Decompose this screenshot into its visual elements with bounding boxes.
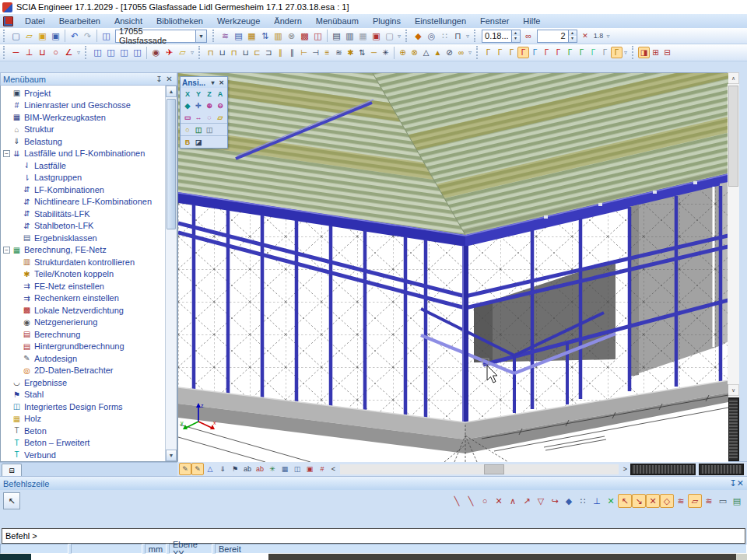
tree-item[interactable]: T Verbund xyxy=(1,449,165,461)
tree-expander[interactable] xyxy=(12,295,21,302)
tree-item[interactable]: ⇵ Stahlbeton-LFK xyxy=(1,220,165,233)
scroll-left-icon[interactable]: < xyxy=(328,465,338,473)
render-icon[interactable]: ◫ xyxy=(204,124,215,135)
tree-expander[interactable] xyxy=(12,210,21,217)
toolbar-icon[interactable]: ⊕ xyxy=(397,47,409,58)
close-icon[interactable]: ✕ xyxy=(217,79,226,86)
model-viewport[interactable]: z x y Ansi... ▾ xyxy=(177,72,728,461)
tree-expander[interactable] xyxy=(12,234,21,241)
view-icon[interactable]: ⊕ xyxy=(204,100,215,110)
tree-expander[interactable] xyxy=(2,126,11,133)
tree-expander[interactable] xyxy=(2,403,11,410)
tree-expander[interactable] xyxy=(2,427,11,434)
tree-item[interactable]: ▦ Holz xyxy=(1,413,165,425)
render-icon[interactable]: ◫ xyxy=(193,124,204,135)
menu-item[interactable]: Bibliotheken xyxy=(149,15,210,27)
tree-item[interactable]: ▤ Berechnung xyxy=(1,328,165,341)
toolbar-icon[interactable]: ─ xyxy=(368,47,380,58)
toolbar-icon[interactable]: Г xyxy=(599,47,611,58)
snap-mode-icon[interactable]: ≋ xyxy=(674,494,688,508)
snap-mode-icon[interactable]: ✕ xyxy=(492,494,506,508)
chevron-down-icon[interactable]: ▼ xyxy=(195,30,206,42)
tree-item[interactable]: ⇵ LF-Kombinationen xyxy=(1,184,165,196)
toolbar-icon[interactable]: ∷ xyxy=(438,30,451,43)
tree-expander[interactable] xyxy=(2,379,11,386)
tree-expander[interactable] xyxy=(12,162,21,169)
display-toggle-icon[interactable]: △ xyxy=(204,463,216,475)
tree-item[interactable]: ⇉ Rechenkern einstellen xyxy=(1,292,165,305)
tree-expander[interactable] xyxy=(2,439,11,446)
toolbar-icon[interactable]: ▢ xyxy=(9,30,23,43)
toolbar-icon[interactable]: Г xyxy=(564,47,576,58)
viewport-vscrollbar[interactable]: ∧ ∨ xyxy=(728,72,739,461)
overflow-icon[interactable]: ▿ xyxy=(465,33,471,40)
display-icon[interactable]: ◪ xyxy=(193,137,204,147)
tree-item[interactable]: T Beton xyxy=(1,425,165,437)
render-icon[interactable]: ○ xyxy=(182,124,193,135)
toolbar-icon[interactable]: ⊏ xyxy=(251,47,263,58)
overflow-icon[interactable]: ▿ xyxy=(396,33,402,40)
scroll-down-icon[interactable]: ∨ xyxy=(728,384,739,396)
tree-item[interactable]: ⇂ Lastgruppen xyxy=(1,172,165,184)
tree-expander[interactable] xyxy=(12,331,21,338)
snap-mode-icon[interactable]: ⊥ xyxy=(590,494,604,508)
snap-mode-icon[interactable]: ╲ xyxy=(450,494,464,508)
toolbar-icon[interactable]: ⊥ xyxy=(23,46,36,59)
scroll-down-icon[interactable]: ▼ xyxy=(166,450,177,461)
toolbar-icon[interactable]: Г xyxy=(482,47,494,58)
tree-expander[interactable] xyxy=(2,114,11,121)
snap-mode-icon[interactable]: ↖ xyxy=(618,494,632,508)
overflow-icon[interactable]: ▿ xyxy=(605,33,612,40)
zoom-icon[interactable]: ◌ xyxy=(204,112,215,122)
toolbar-icon[interactable]: ≡ xyxy=(321,47,333,58)
tree-item[interactable]: ⌂ Struktur xyxy=(1,124,165,136)
toolbar-icon[interactable]: ✈ xyxy=(163,46,176,59)
snap-mode-icon[interactable]: ▱ xyxy=(688,494,702,508)
tree-expander[interactable] xyxy=(2,89,11,96)
toolbar-icon[interactable]: Г xyxy=(576,47,587,58)
toolbar-icon[interactable]: ⊘ xyxy=(444,47,455,58)
tree-expander[interactable] xyxy=(12,198,21,205)
toolbar-icon[interactable]: ▦ xyxy=(245,30,258,43)
snap-mode-icon[interactable]: ∷ xyxy=(576,494,590,508)
display-toggle-icon[interactable]: ✎ xyxy=(191,463,204,475)
view-icon[interactable]: X xyxy=(182,89,193,99)
toolbar-icon[interactable]: ⊔ xyxy=(240,47,251,58)
toolbar-icon[interactable]: ∞ xyxy=(522,30,535,43)
tree-item[interactable]: # Linienraster und Geschosse xyxy=(1,100,165,112)
toolbar-icon[interactable]: ▱ xyxy=(23,30,36,43)
menu-item[interactable]: Ändern xyxy=(267,15,308,27)
toolbar-grip[interactable] xyxy=(198,46,202,59)
spin-up-icon[interactable]: ▴ xyxy=(512,30,520,37)
toolbar-icon[interactable]: Г xyxy=(529,47,541,58)
toolbar-icon[interactable]: ▥ xyxy=(272,30,285,43)
view-toolbar[interactable]: Ansi... ▾ ✕ XYZA ◆✛⊕⊖ ▭↔◌▱ ○◫◫ B◪ xyxy=(180,76,228,149)
toolbar-icon[interactable]: ▱ xyxy=(176,46,189,59)
toolbar-icon[interactable]: Г xyxy=(587,47,599,58)
display-toggle-icon[interactable]: ✳ xyxy=(266,463,279,475)
tree-item[interactable]: ◎ 2D-Daten-Betrachter xyxy=(1,365,165,377)
tree-expander[interactable] xyxy=(2,391,11,398)
menu-item[interactable]: Plugins xyxy=(366,15,408,27)
close-icon[interactable]: ✕ xyxy=(164,75,174,83)
toolbar-grip[interactable] xyxy=(405,30,409,42)
scroll-up-icon[interactable]: ∧ xyxy=(728,72,739,84)
snap-mode-icon[interactable]: ╲ xyxy=(464,494,478,508)
toolbar-icon[interactable]: ∥ xyxy=(275,47,286,58)
tree-expander[interactable] xyxy=(12,258,21,265)
tree-item[interactable]: ▤ Ergebnisklassen xyxy=(1,232,165,244)
toolbar-icon[interactable]: ▤ xyxy=(330,30,343,43)
zoom-icon[interactable]: ▭ xyxy=(182,112,193,122)
snap-mode-icon[interactable]: ↗ xyxy=(520,494,534,508)
toolbar-grip[interactable] xyxy=(474,30,478,42)
spin-down-icon[interactable]: ▾ xyxy=(569,36,577,42)
scroll-right-icon[interactable]: > xyxy=(620,465,630,473)
scrollbar-thumb[interactable] xyxy=(167,99,176,229)
snap-mode-icon[interactable]: ✕ xyxy=(604,494,618,508)
menu-item[interactable]: Datei xyxy=(18,15,52,27)
tree-item[interactable]: ⇵ Nichtlineare LF-Kombinationen xyxy=(1,196,165,208)
tree-item[interactable]: T Beton – Erweitert xyxy=(1,437,165,450)
tree-expander[interactable]: − xyxy=(3,150,10,157)
toolbar-icon[interactable]: ↷ xyxy=(81,30,94,43)
scroll-up-icon[interactable]: ▲ xyxy=(166,86,177,97)
